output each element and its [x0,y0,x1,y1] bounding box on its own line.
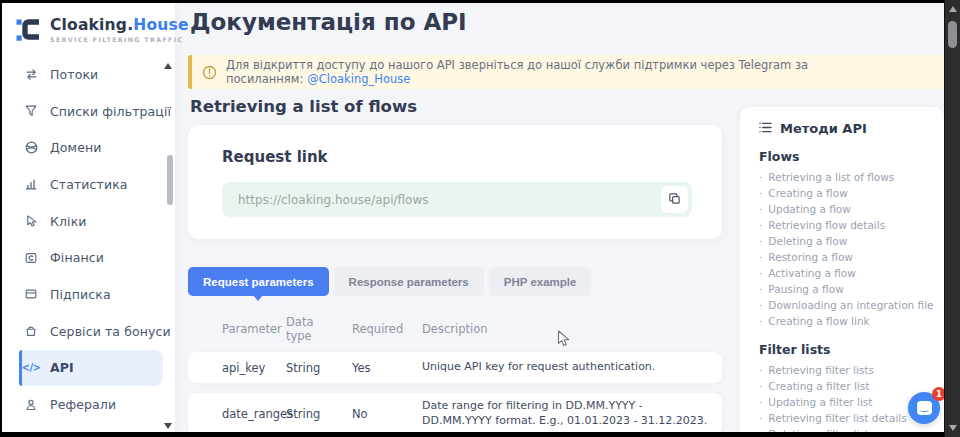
nav-link-deleting-a-flow[interactable]: Deleting a flow [759,233,936,249]
sidebar-item-label: Кліки [50,214,87,229]
cell-description: Unique API key for request authenticatio… [422,360,722,375]
nav-link-pausing-a-flow[interactable]: Pausing a flow [759,281,936,297]
chat-icon [917,401,932,415]
api-icon: </> [23,360,39,376]
column-header-data-type: Data type [286,315,352,343]
brand-logo[interactable]: Cloaking.House SERVICE FILTERING TRAFFIC [2,3,175,47]
clicks-icon [23,213,39,229]
app-window: Cloaking.House SERVICE FILTERING TRAFFIC… [2,3,944,432]
request-link-card: Request link https://cloaking.house/api/… [188,125,722,239]
copy-url-button[interactable] [661,186,688,213]
table-row: api_key String Yes Unique API key for re… [188,352,722,383]
sidebar-item-referrals[interactable]: Реферали [2,386,175,423]
cell-parameter: api_key [222,361,286,375]
section-title: Retrieving a list of flows [190,97,417,116]
list-icon [759,121,772,136]
sidebar-item-filter-lists[interactable]: Списки фільтрації [2,93,175,130]
sidebar-scroll-down-arrow[interactable] [164,423,172,429]
nav-link-deleting-a-filter-list[interactable]: Deleting a filter list [759,426,936,432]
sidebar-item-label: Сервіси та бонуси [50,324,171,339]
page-title: Документація по API [190,9,467,35]
api-methods-header: Методи API [759,121,936,136]
sidebar-item-label: Реферали [50,397,116,412]
nav-link-creating-a-flow-link[interactable]: Creating a flow link [759,313,936,329]
nav-link-retrieving-filter-lists[interactable]: Retrieving filter lists [759,362,936,378]
referrals-icon [23,397,39,413]
brand-tagline: SERVICE FILTERING TRAFFIC [50,36,189,43]
request-url-value: https://cloaking.house/api/flows [238,193,661,207]
sidebar-item-domains[interactable]: Домени [2,129,175,166]
nav-link-creating-a-flow[interactable]: Creating a flow [759,185,936,201]
sidebar-scroll-up-arrow[interactable] [164,63,172,69]
scrollbar-down-arrow[interactable] [949,425,957,431]
sidebar-item-label: API [50,360,74,375]
table-row: date_ranges String No Date range for fil… [188,393,722,432]
nav-group-filter-lists: Filter lists [759,342,936,357]
cell-data-type: String [286,407,352,421]
request-url-field[interactable]: https://cloaking.house/api/flows [222,182,692,217]
sidebar-item-clicks[interactable]: Кліки [2,203,175,240]
nav-link-retrieving-list-of-flows[interactable]: Retrieving a list of flows [759,169,936,185]
cell-description: Date range for filtering in DD.MM.YYYY -… [422,399,722,429]
chat-unread-badge: 1 [932,387,944,401]
info-icon [202,65,217,80]
cell-required: Yes [352,361,422,375]
column-header-required: Required [352,322,422,336]
tab-request-parameters[interactable]: Request parameters [188,267,329,296]
sidebar-item-finance[interactable]: Фінанси [2,239,175,276]
sidebar-nav: Потоки Списки фільтрації Домени [2,56,175,423]
subscription-icon [23,286,39,302]
cell-parameter: date_ranges [222,407,286,421]
tab-response-parameters[interactable]: Response parameters [334,267,484,296]
finance-icon [23,250,39,266]
scrollbar-thumb[interactable] [948,21,957,48]
sidebar-item-label: Списки фільтрації [50,104,171,119]
parameter-tabs: Request parameters Response parameters P… [188,267,591,296]
column-header-description: Description [422,322,722,336]
sidebar-item-api[interactable]: </> API [19,350,163,387]
column-header-parameter: Parameter [222,322,286,336]
sidebar: Cloaking.House SERVICE FILTERING TRAFFIC… [2,3,175,432]
screenshot-root: { "brand": { "name_a": "Cloaking.", "nam… [0,0,960,437]
nav-link-activating-a-flow[interactable]: Activating a flow [759,265,936,281]
copy-icon [668,192,681,208]
services-icon [23,323,39,339]
telegram-link[interactable]: @Cloaking_House [307,72,410,86]
api-methods-title: Методи API [780,121,867,136]
sidebar-item-statistics[interactable]: Статистика [2,166,175,203]
nav-group-flows: Flows [759,149,936,164]
request-link-title: Request link [222,148,692,166]
sidebar-item-label: Фінанси [50,250,104,265]
banner-text: Для відкриття доступу до нашого API звер… [226,58,944,86]
nav-link-downloading-integration-file[interactable]: Downloading an integration file [759,297,936,313]
nav-link-creating-a-filter-list[interactable]: Creating a filter list [759,378,936,394]
nav-link-restoring-a-flow[interactable]: Restoring a flow [759,249,936,265]
scrollbar-up-arrow[interactable] [949,6,957,12]
cell-data-type: String [286,361,352,375]
sidebar-scrollbar-thumb[interactable] [167,155,173,205]
nav-link-retrieving-flow-details[interactable]: Retrieving flow details [759,217,936,233]
api-methods-panel: Методи API Flows Retrieving a list of fl… [740,107,944,432]
sidebar-item-services[interactable]: Сервіси та бонуси [2,313,175,350]
sidebar-item-label: Потоки [50,67,98,82]
statistics-icon [23,176,39,192]
flows-icon [23,66,39,82]
table-header-row: Parameter Data type Required Description [188,313,722,345]
page-scrollbar[interactable] [944,0,960,437]
brand-logo-icon [16,16,42,47]
sidebar-item-label: Статистика [50,177,128,192]
domains-icon [23,140,39,156]
nav-link-updating-a-flow[interactable]: Updating a flow [759,201,936,217]
sidebar-item-label: Домени [50,140,101,155]
sidebar-item-subscription[interactable]: Підписка [2,276,175,313]
sidebar-item-flows[interactable]: Потоки [2,56,175,93]
info-banner: Для відкриття доступу до нашого API звер… [188,55,944,89]
filter-lists-icon [23,103,39,119]
tab-php-example[interactable]: PHP example [489,267,592,296]
brand-name: Cloaking.House [50,16,189,34]
sidebar-item-label: Підписка [50,287,111,302]
cell-required: No [352,407,422,421]
